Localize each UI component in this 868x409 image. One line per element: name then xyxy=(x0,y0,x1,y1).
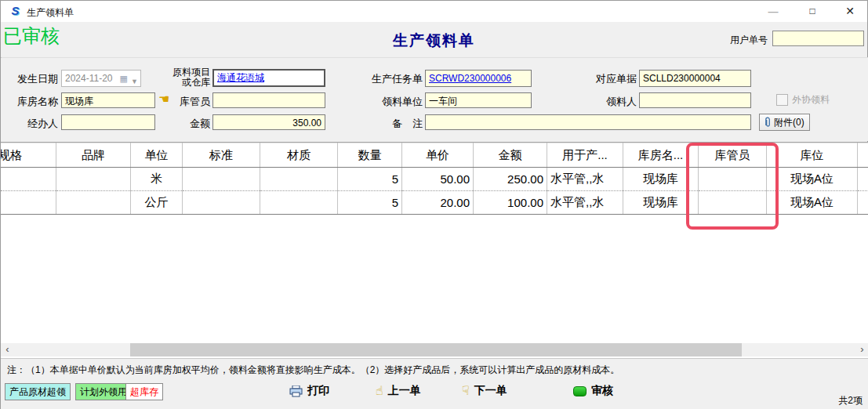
column-header-5[interactable]: 材质 xyxy=(260,143,338,168)
table-cell[interactable]: 现场库 xyxy=(623,191,699,215)
print-button[interactable]: 打印 xyxy=(289,384,329,398)
table-cell[interactable] xyxy=(183,191,260,215)
flag-over-limit-material: 产品原材超领 xyxy=(5,383,71,400)
column-header-9[interactable]: 用于产... xyxy=(547,143,623,168)
table-cell[interactable] xyxy=(183,168,260,191)
audit-label: 审核 xyxy=(591,384,613,398)
agent-input[interactable] xyxy=(61,114,155,130)
maximize-button[interactable]: □ xyxy=(799,1,826,22)
column-header-4[interactable]: 标准 xyxy=(183,143,260,168)
ref-doc-input[interactable]: SCLLD230000004 xyxy=(639,70,751,87)
remark-input[interactable] xyxy=(425,114,751,130)
table-row: 米550.00250.00水平管,,水现场库现场A位1010 xyxy=(1,168,868,191)
table-cell[interactable]: 5 xyxy=(338,168,402,191)
previous-order-button[interactable]: ☝ 上一单 xyxy=(376,384,421,398)
audit-button[interactable]: 审核 xyxy=(573,384,613,398)
production-requisition-window: S 生产领料单 — □ ✕ 已审核 生产领料单 用户单号 发生日期 2024-1… xyxy=(0,0,868,409)
column-header-6[interactable]: 数量 xyxy=(338,143,402,168)
date-label: 发生日期 xyxy=(6,72,58,86)
amount-input[interactable]: 350.00 xyxy=(212,114,325,130)
table-cell[interactable] xyxy=(699,168,767,191)
items-table: 规格品牌单位标准材质数量单价金额用于产...库房名...库管员库位库...产品.… xyxy=(1,143,868,215)
table-row: 公斤520.00100.00水平管,,水现场库现场A位1010 xyxy=(1,191,868,215)
column-header-2[interactable]: 品牌 xyxy=(56,143,131,168)
attachment-button[interactable]: 附件(0) xyxy=(759,114,810,131)
user-no-input[interactable] xyxy=(772,31,864,46)
note-text: 注：（1）本单据中单价默认为当前库房加权平均价，领料金额将直接影响生产成本。（2… xyxy=(7,364,619,377)
material-project-input[interactable]: 海通花语城 xyxy=(212,69,325,87)
column-header-10[interactable]: 库房名... xyxy=(623,143,699,168)
column-header-7[interactable]: 单价 xyxy=(402,143,474,168)
print-label: 打印 xyxy=(307,384,329,398)
printer-icon xyxy=(289,385,303,397)
paperclip-icon xyxy=(764,117,772,128)
table-cell[interactable] xyxy=(1,191,56,215)
table-cell[interactable] xyxy=(1,168,56,191)
previous-order-label: 上一单 xyxy=(388,384,421,398)
flag-over-stock: 超库存 xyxy=(125,383,163,400)
date-input[interactable]: 2024-11-20 ▦ ▼ xyxy=(61,70,141,87)
warehouse-label: 库房名称 xyxy=(6,95,58,109)
table-cell[interactable] xyxy=(260,191,338,215)
items-grid: 规格品牌单位标准材质数量单价金额用于产...库房名...库管员库位库...产品.… xyxy=(1,142,868,359)
scroll-right-icon[interactable]: › xyxy=(855,343,868,357)
minimize-button[interactable]: — xyxy=(760,1,786,22)
table-cell[interactable]: 水平管,,水 xyxy=(547,191,623,215)
window-title: 生产领料单 xyxy=(27,6,74,20)
header-row: 已审核 生产领料单 用户单号 xyxy=(1,22,867,58)
table-cell[interactable]: 10 xyxy=(858,168,868,191)
column-header-1[interactable]: 规格 xyxy=(1,143,56,168)
remark-label: 备 注 xyxy=(366,117,423,131)
table-cell[interactable]: 公斤 xyxy=(131,191,183,215)
checkbox-box-icon xyxy=(776,94,788,106)
scrollbar-thumb[interactable] xyxy=(130,343,742,357)
app-icon: S xyxy=(9,4,22,17)
table-cell[interactable]: 现场库 xyxy=(623,168,699,191)
table-cell[interactable]: 20.00 xyxy=(402,191,474,215)
task-input[interactable]: SCRWD230000006 xyxy=(425,70,532,87)
outsourcing-checkbox[interactable]: 外协领料 xyxy=(776,93,830,107)
form-panel: 发生日期 2024-11-20 ▦ ▼ 原料项目或仓库 海通花语城 生产任务单 … xyxy=(2,57,868,141)
table-cell[interactable]: 现场A位 xyxy=(767,168,858,191)
close-button[interactable]: ✕ xyxy=(837,1,863,22)
table-cell[interactable] xyxy=(699,191,767,215)
footer-toolbar: 产品原材超领 计划外领用 超库存 打印 ☝ 上一单 ☟ 下一单 审核 共2项 xyxy=(1,378,868,409)
keeper-input[interactable] xyxy=(212,92,325,108)
chevron-down-icon[interactable]: ▼ xyxy=(131,74,138,87)
horizontal-scrollbar[interactable]: ‹ › xyxy=(1,343,868,357)
request-unit-input[interactable]: 一车间 xyxy=(425,92,532,108)
scroll-left-icon[interactable]: ‹ xyxy=(1,343,14,357)
pointing-hand-icon[interactable]: ☚ xyxy=(158,92,169,107)
table-cell[interactable]: 100.00 xyxy=(474,191,547,215)
table-cell[interactable]: 5 xyxy=(338,191,402,215)
note-bar: 注：（1）本单据中单价默认为当前库房加权平均价，领料金额将直接影响生产成本。（2… xyxy=(1,358,868,379)
table-cell[interactable]: 10 xyxy=(858,191,868,215)
table-cell[interactable]: 250.00 xyxy=(474,168,547,191)
date-value: 2024-11-20 xyxy=(65,73,113,84)
request-unit-label: 领料单位 xyxy=(366,95,423,109)
next-order-button[interactable]: ☟ 下一单 xyxy=(462,384,507,398)
keeper-label: 库管员 xyxy=(169,95,210,109)
column-header-11[interactable]: 库管员 xyxy=(699,143,767,168)
table-cell[interactable] xyxy=(260,168,338,191)
attachment-label: 附件(0) xyxy=(774,116,804,129)
column-header-12[interactable]: 库位 xyxy=(767,143,858,168)
table-cell[interactable] xyxy=(56,191,131,215)
items-table-body: 米550.00250.00水平管,,水现场库现场A位1010公斤520.0010… xyxy=(1,168,868,215)
agent-label: 经办人 xyxy=(6,117,58,131)
table-cell[interactable]: 现场A位 xyxy=(767,191,858,215)
column-header-13[interactable]: 库... xyxy=(858,143,868,168)
column-header-3[interactable]: 单位 xyxy=(131,143,183,168)
picker-label: 领料人 xyxy=(588,95,637,109)
column-header-8[interactable]: 金额 xyxy=(474,143,547,168)
header-row: 规格品牌单位标准材质数量单价金额用于产...库房名...库管员库位库...产品.… xyxy=(1,143,868,168)
table-cell[interactable]: 米 xyxy=(131,168,183,191)
item-count: 共2项 xyxy=(838,394,863,407)
table-cell[interactable]: 水平管,,水 xyxy=(547,168,623,191)
table-cell[interactable] xyxy=(56,168,131,191)
table-cell[interactable]: 50.00 xyxy=(402,168,474,191)
user-no-label: 用户单号 xyxy=(730,34,768,47)
next-order-label: 下一单 xyxy=(474,384,507,398)
picker-input[interactable] xyxy=(639,92,751,108)
warehouse-input[interactable]: 现场库 xyxy=(61,92,155,108)
